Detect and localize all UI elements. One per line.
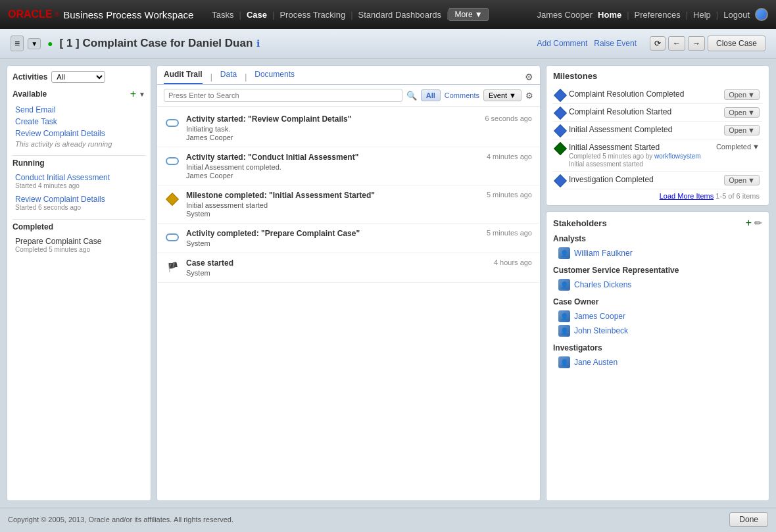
app-title: Business Process Workspace <box>63 9 193 20</box>
audit-settings-button[interactable]: ⚙ <box>525 72 533 82</box>
nav-tasks[interactable]: Tasks <box>206 10 239 20</box>
chevron-down-icon: ▼ <box>748 176 755 184</box>
stakeholder-name[interactable]: William Faulkner <box>574 249 633 258</box>
comments-button[interactable]: Comments <box>445 91 479 99</box>
stakeholder-name[interactable]: John Steinbeck <box>574 326 628 335</box>
running-item: Conduct Initial Assessment Started 4 min… <box>12 172 145 191</box>
milestone-sub-detail: Initial assessment started <box>569 160 712 168</box>
review-complaint-link[interactable]: Review Complaint Details <box>12 128 145 139</box>
search-button[interactable]: 🔍 <box>406 91 417 101</box>
back-button[interactable]: ← <box>668 36 685 51</box>
activity-icon <box>166 157 179 165</box>
event-button[interactable]: Event ▼ <box>483 89 521 101</box>
tab-documents[interactable]: Documents <box>255 70 295 84</box>
milestone-item: Complaint Resolution Completed Open ▼ <box>553 86 762 104</box>
milestone-name: Complaint Resolution Started <box>569 107 720 116</box>
more-button[interactable]: More ▼ <box>449 8 488 21</box>
milestone-status-dropdown-2[interactable]: Open ▼ <box>724 125 760 135</box>
forward-button[interactable]: → <box>688 36 705 51</box>
stakeholders-title: Stakeholders <box>553 218 746 228</box>
milestone-item: Initial Assessment Completed Open ▼ <box>553 122 762 139</box>
available-dropdown-icon[interactable]: ▼ <box>139 91 145 98</box>
create-task-link[interactable]: Create Task <box>12 116 145 128</box>
audit-item-title: Milestone completed: "Initial Assessment… <box>186 191 480 200</box>
audit-item-content: Case started System <box>186 258 487 277</box>
top-navigation: ORACLE ® Business Process Workspace Task… <box>0 0 776 29</box>
main-content: Activities All Running Completed Availab… <box>0 59 776 508</box>
person-icon: 👤 <box>558 310 570 322</box>
milestone-diamond-icon <box>554 89 567 102</box>
tab-audit-trail[interactable]: Audit Trail <box>164 70 203 84</box>
copyright-text: Copyright © 2005, 2013, Oracle and/or it… <box>8 516 233 523</box>
stakeholder-group-investigators: Investigators 👤 Jane Austen <box>553 343 762 370</box>
filter-all-button[interactable]: All <box>421 89 441 101</box>
audit-item-content: Activity started: "Conduct Initial Asses… <box>186 153 480 180</box>
milestone-status-dropdown-0[interactable]: Open ▼ <box>724 89 760 100</box>
audit-item-detail: Initial assessment started <box>186 201 480 209</box>
stakeholder-name[interactable]: Jane Austen <box>574 358 618 367</box>
case-owner-group-title: Case Owner <box>553 297 762 306</box>
nav-process-tracking[interactable]: Process Tracking <box>274 10 351 20</box>
activities-filter[interactable]: All Running Completed <box>51 71 105 83</box>
audit-item-time: 5 minutes ago <box>487 229 532 247</box>
milestone-status-dropdown-1[interactable]: Open ▼ <box>724 107 760 118</box>
conduct-initial-link[interactable]: Conduct Initial Assessment <box>15 173 143 182</box>
audit-item-time: 5 minutes ago <box>487 191 532 218</box>
workflow-system-link[interactable]: workflowsystem <box>654 153 701 160</box>
add-comment-link[interactable]: Add Comment <box>537 39 588 48</box>
activity-icon <box>166 119 179 127</box>
milestone-diamond-icon <box>554 174 567 187</box>
audit-item-time: 4 minutes ago <box>487 153 532 180</box>
edit-stakeholders-button[interactable]: ✏ <box>754 217 762 229</box>
refresh-button[interactable]: ⟳ <box>650 36 666 51</box>
audit-list: Activity started: "Review Complaint Deta… <box>157 107 540 500</box>
nav-case[interactable]: Case <box>241 10 272 20</box>
stakeholder-item: 👤 Jane Austen <box>553 355 762 370</box>
audit-item-detail: Initial Assessment completed. <box>186 163 480 171</box>
chevron-down-icon: ▼ <box>748 91 755 99</box>
add-activity-button[interactable]: + <box>129 88 137 100</box>
filter-options-button[interactable]: ⚙ <box>525 91 533 101</box>
person-icon: 👤 <box>558 325 570 337</box>
chevron-down-icon: ▼ <box>752 143 760 151</box>
running-section: Running Conduct Initial Assessment Start… <box>12 158 145 212</box>
stakeholder-name[interactable]: James Cooper <box>574 312 625 321</box>
audit-item-content: Milestone completed: "Initial Assessment… <box>186 191 480 218</box>
completed-title: Completed <box>12 222 53 231</box>
activities-label: Activities <box>12 72 47 82</box>
stakeholder-name[interactable]: Charles Dickens <box>574 280 631 289</box>
milestone-info: Complaint Resolution Completed <box>569 89 720 99</box>
status-indicator: ● <box>47 38 53 49</box>
milestone-diamond-icon <box>554 107 567 120</box>
milestone-name: Initial Assessment Completed <box>569 125 720 134</box>
available-section: Available + ▼ Send Email Create Task Rev… <box>12 88 145 149</box>
milestone-name: Initial Assessment Started <box>569 143 712 152</box>
home-link[interactable]: Home <box>598 10 621 20</box>
prepare-complaint-name: Prepare Complaint Case <box>15 237 143 246</box>
hamburger-button[interactable]: ≡ <box>11 36 24 51</box>
send-email-link[interactable]: Send Email <box>12 104 145 116</box>
dropdown-arrow-button[interactable]: ▼ <box>28 38 41 49</box>
help-link[interactable]: Help <box>693 10 711 20</box>
review-complaint-running-link[interactable]: Review Complaint Details <box>15 195 143 204</box>
milestone-status-dropdown-4[interactable]: Open ▼ <box>724 175 760 185</box>
preferences-link[interactable]: Preferences <box>635 10 681 20</box>
stakeholders-header: Stakeholders + ✏ <box>553 217 762 229</box>
done-button[interactable]: Done <box>729 512 768 527</box>
add-stakeholder-button[interactable]: + <box>746 217 752 229</box>
audit-panel: Audit Trail | Data | Documents ⚙ 🔍 All C… <box>157 65 541 501</box>
milestone-item: Initial Assessment Started Completed 5 m… <box>553 139 762 172</box>
logout-link[interactable]: Logout <box>723 10 750 20</box>
search-input[interactable] <box>164 89 402 102</box>
load-more-link[interactable]: Load More Items <box>660 192 714 200</box>
milestone-item: Complaint Resolution Started Open ▼ <box>553 104 762 122</box>
prepare-complaint-time: Completed 5 minutes ago <box>15 246 143 253</box>
audit-item: Activity started: "Conduct Initial Asses… <box>157 147 540 185</box>
nav-standard-dashboards[interactable]: Standard Dashboards <box>353 10 447 20</box>
raise-event-link[interactable]: Raise Event <box>594 39 637 48</box>
tab-data[interactable]: Data <box>220 70 237 84</box>
info-icon[interactable]: ℹ <box>256 38 260 49</box>
audit-item: 🏴 Case started System 4 hours ago <box>157 253 540 283</box>
close-case-button[interactable]: Close Case <box>708 36 765 51</box>
completed-header: Completed <box>12 222 145 231</box>
